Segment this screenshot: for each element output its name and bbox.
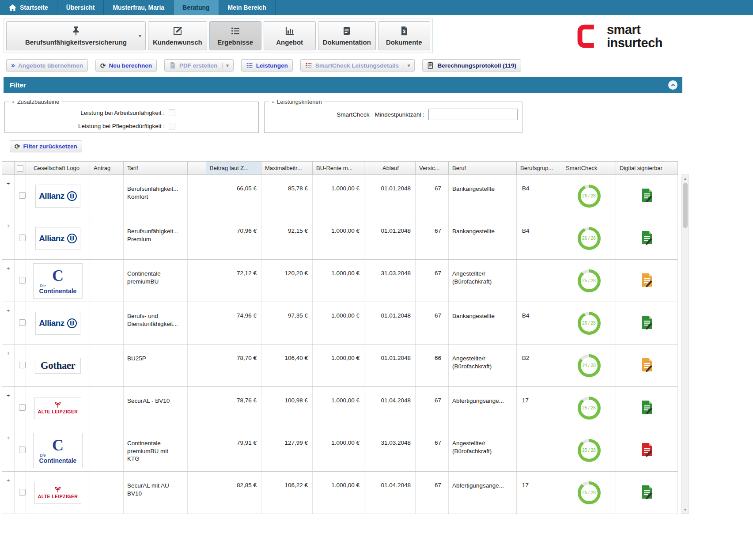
- row-expand-button[interactable]: +: [7, 307, 10, 314]
- table-row: + Allianz Berufs- und Dienstunfähigkeit.…: [2, 302, 678, 344]
- col-header-versicherung[interactable]: Versic...: [416, 162, 449, 175]
- select-all-checkbox[interactable]: [17, 165, 23, 172]
- nav-item-musterfrau-maria[interactable]: Musterfrau, Maria: [104, 0, 174, 15]
- bu-rente-cell: 1.000,00 €: [313, 302, 364, 344]
- step-kundenwunsch[interactable]: Kundenwunsch: [148, 21, 207, 50]
- nav-item-startseite[interactable]: Startseite: [0, 0, 57, 15]
- neu-berechnen-button[interactable]: ⟳ Neu berechnen: [95, 60, 157, 72]
- filter-body: ▲ Zusatzbausteine Leistung bei Arbeitsun…: [4, 93, 682, 135]
- collapse-up-icon[interactable]: [668, 80, 677, 90]
- scrollbar-thumb[interactable]: [683, 183, 688, 228]
- select-cell: [15, 429, 26, 472]
- nav-item-mein-bereich[interactable]: Mein Bereich: [219, 0, 276, 15]
- chevron-down-icon[interactable]: ▾: [404, 63, 410, 68]
- gesellschaft-cell: ALTE LEIPZIGER: [26, 387, 90, 429]
- beruf-cell: Abfertigungsange...: [449, 387, 517, 429]
- step-ergebnisse[interactable]: Ergebnisse: [209, 21, 261, 50]
- step-dokumentation[interactable]: Dokumentation: [318, 21, 376, 50]
- vertical-scrollbar[interactable]: ▲ ▼: [681, 174, 689, 514]
- step-angebot[interactable]: Angebot: [264, 21, 316, 50]
- scroll-down-arrow[interactable]: ▼: [682, 506, 689, 513]
- step-dokumente[interactable]: $ Dokumente: [378, 21, 430, 50]
- allianz-logo: Allianz: [35, 227, 80, 250]
- leistungen-button[interactable]: Leistungen: [241, 59, 293, 72]
- smartinsurtech-icon: [576, 23, 602, 49]
- col-header-antrag[interactable]: Antrag: [90, 162, 124, 175]
- smartcheck-score: 25 / 28: [582, 405, 596, 410]
- row-checkbox[interactable]: [19, 319, 26, 326]
- ablauf-cell: 01.04.2048: [364, 387, 416, 429]
- row-checkbox[interactable]: [19, 277, 26, 284]
- row-checkbox[interactable]: [19, 192, 26, 199]
- digital-sign-icon[interactable]: [639, 442, 655, 457]
- chevron-down-icon[interactable]: ▾: [222, 63, 229, 68]
- row-checkbox[interactable]: [19, 362, 26, 368]
- row-checkbox[interactable]: [19, 489, 26, 496]
- document-icon: [341, 26, 352, 36]
- row-expand-button[interactable]: +: [7, 223, 10, 229]
- beruf-cell: Angestellte/r (Bürofachkraft): [449, 260, 517, 302]
- row-checkbox[interactable]: [19, 446, 26, 453]
- col-header-tarif[interactable]: Tarif: [124, 162, 188, 175]
- row-expand-button[interactable]: +: [7, 180, 10, 187]
- col-header-beruf[interactable]: Beruf: [449, 162, 517, 175]
- berechnungsprotokoll-button[interactable]: Berechnungsprotokoll (119): [422, 59, 521, 72]
- col-header-ablauf[interactable]: Ablauf: [364, 162, 416, 175]
- ablauf-cell: 01.01.2048: [364, 175, 416, 217]
- row-expand-button[interactable]: +: [7, 435, 10, 441]
- beruf-cell: Angestellte/r (Bürofachkraft): [449, 344, 517, 387]
- filter-reset-button[interactable]: ⟳ Filter zurücksetzen: [10, 140, 82, 152]
- digital-sign-icon[interactable]: [639, 357, 655, 372]
- home-icon: [9, 4, 16, 11]
- row-expand-button[interactable]: +: [7, 392, 10, 399]
- continentale-c-icon: C: [52, 437, 64, 453]
- smartcheck-score: 26 / 28: [582, 236, 596, 241]
- versicherung-cell: 66: [416, 344, 449, 387]
- row-expand-button[interactable]: +: [7, 265, 10, 272]
- nav-item-uebersicht[interactable]: Übersicht: [57, 0, 104, 15]
- scroll-up-arrow[interactable]: ▲: [682, 175, 689, 182]
- col-header-smartcheck[interactable]: SmartCheck: [562, 162, 616, 175]
- col-header-maximalbeitrag[interactable]: Maximalbeitr...: [261, 162, 313, 175]
- bu-rente-cell: 1.000,00 €: [313, 260, 364, 302]
- col-header-digital[interactable]: Digital signierbar: [616, 162, 678, 175]
- select-cell: [15, 472, 26, 514]
- smartcheck-cell: 26 / 28: [562, 175, 616, 217]
- row-checkbox[interactable]: [19, 404, 26, 411]
- pflegebeduerftigkeit-checkbox[interactable]: [169, 123, 175, 129]
- bu-rente-cell: 1.000,00 €: [313, 344, 364, 387]
- digital-sign-icon[interactable]: [639, 272, 655, 288]
- insurer-logo: CDieContinentale: [26, 263, 89, 299]
- row-expand-button[interactable]: +: [7, 477, 10, 484]
- maximalbeitrag-cell: 106,22 €: [261, 472, 313, 514]
- digital-sign-icon[interactable]: [639, 315, 655, 330]
- digital-sign-icon[interactable]: [639, 188, 655, 203]
- collapse-triangle-icon[interactable]: ▲: [271, 100, 275, 104]
- filter-header[interactable]: Filter: [4, 77, 682, 93]
- chevron-down-icon[interactable]: ▾: [139, 33, 141, 39]
- angebote-uebernehmen-button[interactable]: » Angebote übernehmen: [6, 59, 88, 72]
- digital-sign-icon[interactable]: [639, 484, 655, 499]
- digital-sign-icon[interactable]: [639, 230, 655, 245]
- product-selector[interactable]: Berufsunfähigkeitsversicherung ▾: [6, 21, 146, 50]
- digital-sign-cell: [616, 387, 678, 429]
- col-header-berufsgruppe[interactable]: Berufsgrup...: [517, 162, 562, 175]
- collapse-triangle-icon[interactable]: ▲: [11, 100, 15, 104]
- col-header-bu-rente[interactable]: BU-Rente m...: [313, 162, 364, 175]
- row-expand-button[interactable]: +: [7, 350, 10, 356]
- col-header-beitrag[interactable]: Beitrag laut Z...: [206, 162, 261, 175]
- col-header-gesellschaft[interactable]: Gesellschaft Logo: [26, 162, 90, 175]
- results-area: Gesellschaft Logo Antrag Tarif Beitrag l…: [2, 161, 753, 514]
- row-checkbox[interactable]: [19, 235, 26, 241]
- pdf-erstellen-button[interactable]: PDF erstellen ▾: [164, 59, 234, 72]
- top-navigation: Startseite Übersicht Musterfrau, Maria B…: [0, 0, 753, 15]
- beruf-cell: Abfertigungsange...: [449, 472, 517, 514]
- mindestpunktzahl-input[interactable]: [428, 109, 518, 120]
- arbeitsunfaehigkeit-checkbox[interactable]: [169, 110, 175, 116]
- smartcheck-leistungsdetails-button[interactable]: SmartCheck Leistungsdetails ▾: [300, 59, 415, 72]
- nav-item-beratung[interactable]: Beratung: [174, 0, 219, 15]
- versicherung-cell: 67: [416, 387, 449, 429]
- maximalbeitrag-cell: 85,78 €: [261, 175, 313, 217]
- digital-sign-icon[interactable]: [639, 400, 655, 415]
- alte-leipziger-logo: ALTE LEIPZIGER: [34, 482, 81, 504]
